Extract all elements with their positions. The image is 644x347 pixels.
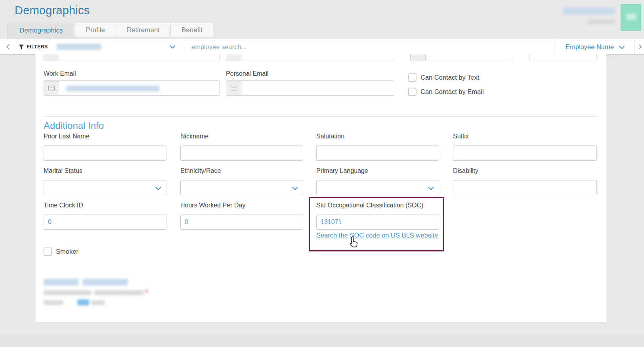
filters-button[interactable]: FILTERS — [18, 39, 49, 54]
tab-bar: Demographics Profile Retirement Benefit — [7, 23, 214, 40]
phone-icon — [226, 54, 241, 61]
clipped-phone-field[interactable] — [410, 54, 513, 61]
redacted-work-email — [66, 86, 159, 92]
can-contact-by-text-row: Can Contact by Text — [408, 73, 479, 82]
chevron-down-icon — [428, 185, 434, 190]
time-clock-id-input[interactable] — [44, 215, 166, 229]
prior-last-name-field — [44, 146, 166, 161]
avatar-initials-redacted — [626, 13, 636, 20]
redacted-question-text — [94, 290, 144, 295]
redacted-user-role — [588, 19, 615, 25]
clipped-phone-field[interactable] — [226, 54, 394, 61]
redacted-filter-value — [57, 44, 101, 50]
personal-email-label: Personal Email — [226, 70, 269, 77]
nickname-label: Nickname — [180, 133, 208, 140]
soc-field — [316, 215, 439, 230]
salutation-label: Salutation — [316, 133, 344, 140]
can-contact-by-email-checkbox[interactable] — [408, 88, 417, 96]
chevron-left-icon — [6, 44, 11, 50]
soc-search-link[interactable]: Search the SOC code on US BLS website — [316, 232, 438, 239]
suffix-input[interactable] — [453, 146, 596, 160]
chevron-down-icon — [155, 185, 161, 190]
redacted-required-asterisk — [145, 289, 148, 293]
disability-field — [453, 180, 597, 195]
sort-field-dropdown[interactable]: Employee Name — [554, 39, 634, 54]
redacted-option-selected — [77, 299, 89, 305]
clipped-extension-field[interactable] — [529, 54, 596, 61]
prior-last-name-label: Prior Last Name — [44, 133, 90, 140]
section-divider — [44, 116, 597, 117]
smoker-row: Smoker — [44, 247, 78, 256]
disability-label: Disability — [453, 167, 478, 174]
next-employee-button[interactable] — [634, 39, 644, 54]
filters-label: FILTERS — [27, 44, 48, 50]
envelope-icon — [226, 81, 241, 95]
nickname-input[interactable] — [181, 146, 303, 160]
chevron-down-icon — [619, 44, 625, 49]
tab-retirement[interactable]: Retirement — [116, 23, 171, 37]
personal-email-field[interactable] — [226, 81, 394, 96]
suffix-label: Suffix — [453, 133, 469, 140]
phone-icon — [411, 54, 426, 61]
personal-email-input[interactable] — [241, 81, 394, 95]
nickname-field — [180, 146, 303, 161]
hours-worked-per-day-input[interactable] — [181, 215, 303, 229]
soc-input[interactable] — [317, 215, 439, 229]
work-email-field[interactable] — [44, 81, 220, 96]
user-avatar[interactable] — [621, 4, 641, 31]
redacted-option — [91, 300, 105, 305]
chevron-right-icon — [637, 44, 642, 49]
suffix-field — [453, 146, 597, 161]
time-clock-id-label: Time Clock ID — [44, 202, 83, 209]
smoker-checkbox[interactable] — [44, 247, 52, 256]
prior-last-name-input[interactable] — [44, 146, 166, 160]
can-contact-by-email-row: Can Contact by Email — [408, 88, 484, 96]
ethnicity-race-select[interactable] — [180, 180, 303, 195]
disability-input[interactable] — [453, 180, 596, 195]
envelope-icon — [44, 81, 59, 95]
time-clock-id-field — [44, 215, 166, 230]
tab-profile[interactable]: Profile — [75, 23, 116, 37]
primary-language-select[interactable] — [316, 180, 439, 195]
redacted-question-text — [44, 290, 91, 295]
clipped-phone-field[interactable] — [44, 54, 220, 61]
hours-worked-per-day-label: Hours Worked Per Day — [180, 202, 245, 209]
salutation-field — [316, 146, 439, 161]
marital-status-select[interactable] — [44, 180, 166, 195]
redacted-section-title — [44, 279, 78, 286]
primary-language-label: Primary Language — [316, 167, 368, 174]
can-contact-by-text-checkbox[interactable] — [408, 73, 417, 82]
page-bottom-strip — [0, 334, 644, 347]
smoker-label: Smoker — [56, 248, 78, 255]
employee-search-input[interactable] — [185, 40, 554, 54]
additional-info-heading: Additional Info — [44, 120, 104, 131]
demographics-form-card: Work Email Personal Email Can Contact by… — [36, 54, 606, 322]
can-contact-by-text-label: Can Contact by Text — [420, 74, 479, 81]
soc-label: Std Occupational Classification (SOC) — [316, 202, 423, 209]
previous-employee-button[interactable] — [0, 39, 18, 54]
tab-demographics[interactable]: Demographics — [7, 23, 75, 40]
page-title: Demographics — [15, 4, 90, 17]
redacted-user-name — [563, 8, 615, 15]
section-divider — [44, 275, 597, 275]
phone-icon — [44, 54, 59, 61]
sort-field-label: Employee Name — [566, 43, 614, 51]
filter-bar: FILTERS Employee Name — [0, 39, 644, 55]
chevron-down-icon — [292, 185, 298, 190]
employee-filter-dropdown[interactable] — [49, 39, 185, 54]
tab-benefit[interactable]: Benefit — [171, 23, 214, 37]
marital-status-label: Marital Status — [44, 167, 82, 174]
salutation-input[interactable] — [317, 146, 439, 160]
funnel-icon — [19, 44, 24, 50]
ethnicity-race-label: Ethnicity/Race — [180, 167, 221, 174]
employee-search — [185, 39, 554, 54]
hours-worked-per-day-field — [180, 215, 303, 230]
redacted-option — [44, 300, 63, 305]
chevron-down-icon — [170, 43, 175, 49]
redacted-section-title — [82, 279, 128, 286]
work-email-label: Work Email — [44, 70, 76, 77]
can-contact-by-email-label: Can Contact by Email — [420, 88, 484, 96]
hand-cursor-icon — [347, 236, 359, 250]
